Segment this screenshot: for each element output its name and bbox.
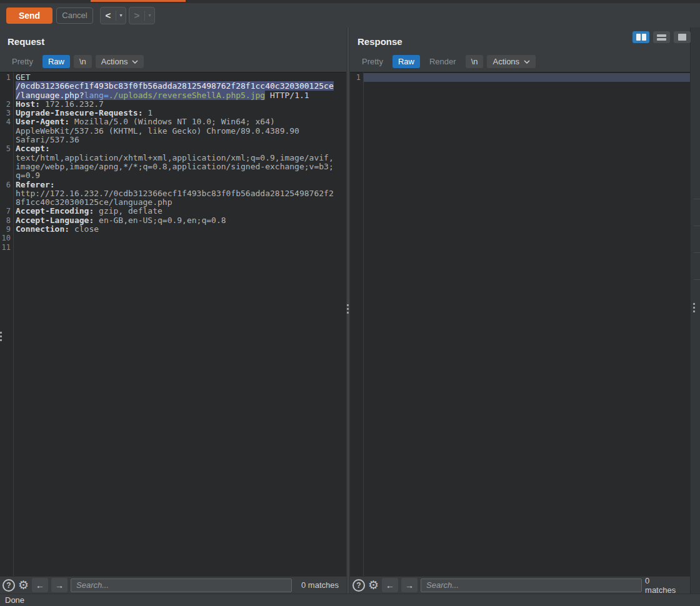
chevron-down-icon — [524, 60, 530, 64]
active-tab-accent-line — [91, 0, 186, 2]
response-actions-label: Actions — [492, 57, 519, 66]
line-number: 3 — [0, 109, 11, 117]
request-view-tabs: Pretty Raw \n Actions — [6, 55, 144, 68]
editor-row[interactable]: 8f1cc40c320300125ce/language.php — [14, 198, 346, 207]
editor-row[interactable]: User-Agent: Mozilla/5.0 (Windows NT 10.0… — [14, 117, 346, 126]
tab-request-pretty[interactable]: Pretty — [6, 55, 39, 68]
editor-line: 3Upgrade-Insecure-Requests: 1 — [0, 109, 346, 117]
gutter-separator — [363, 72, 364, 576]
editor-row[interactable] — [14, 243, 346, 252]
editor-row[interactable]: Accept: — [14, 144, 346, 153]
history-back-dropdown-caret-icon[interactable]: ▾ — [116, 12, 126, 18]
gear-icon[interactable]: ⚙ — [368, 579, 379, 592]
editor-line: 2Host: 172.16.232.7 — [0, 100, 346, 109]
editor-row[interactable] — [364, 73, 690, 82]
tab-response-pretty[interactable]: Pretty — [356, 55, 389, 68]
editor-line: 11 — [0, 243, 346, 252]
strip-tick — [694, 199, 700, 199]
editor-row[interactable]: http://172.16.232.7/0cdb312366ecf1f493bc… — [14, 189, 346, 198]
editor-line: 9Connection: close — [0, 225, 346, 234]
editor-line: 8Accept-Language: en-GB,en-US;q=0.9,en;q… — [0, 216, 346, 225]
chevron-down-icon — [132, 60, 138, 64]
search-next-button[interactable]: → — [51, 578, 68, 592]
rows-layout-button[interactable] — [653, 31, 670, 43]
search-previous-button[interactable]: ← — [32, 578, 48, 592]
history-forward-dropdown-caret-icon[interactable]: ▾ — [145, 12, 154, 18]
editor-line: 4User-Agent: Mozilla/5.0 (Windows NT 10.… — [0, 117, 346, 144]
response-search-bar: ? ⚙ ← → 0 matches — [350, 576, 690, 594]
tab-response-render[interactable]: Render — [424, 55, 462, 68]
line-number: 8 — [0, 216, 11, 225]
response-panel: Response Pretty Raw Render \n Actions 1 … — [350, 27, 690, 594]
request-search-bar: ? ⚙ ← → 0 matches — [0, 576, 346, 594]
right-edge-grip[interactable] — [693, 303, 695, 312]
columns-layout-button[interactable] — [632, 31, 649, 43]
response-search-input[interactable] — [421, 579, 642, 592]
editor-line: 10 — [0, 234, 346, 242]
editor-row[interactable]: Referer: — [14, 181, 346, 189]
request-editor[interactable]: 1GET/0cdb312366ecf1f493bc83f0fb56adda281… — [0, 72, 346, 576]
tab-response-raw[interactable]: Raw — [392, 55, 420, 68]
editor-row[interactable]: Accept-Encoding: gzip, deflate — [14, 207, 346, 216]
history-back-button[interactable]: < — [101, 10, 116, 21]
request-search-input[interactable] — [71, 579, 292, 592]
response-editor[interactable]: 1 — [350, 72, 690, 576]
editor-row[interactable]: Accept-Language: en-GB,en-US;q=0.9,en;q=… — [14, 216, 346, 225]
request-panel-title: Request — [8, 36, 44, 47]
editor-row[interactable]: Safari/537.36 — [14, 136, 346, 144]
search-previous-button[interactable]: ← — [382, 578, 398, 592]
history-back-button-group[interactable]: < ▾ — [100, 7, 126, 24]
editor-row[interactable]: text/html,application/xhtml+xml,applicat… — [14, 154, 346, 162]
response-view-tabs: Pretty Raw Render \n Actions — [356, 55, 536, 68]
single-layout-icon — [678, 34, 686, 41]
strip-tick — [694, 226, 700, 226]
help-icon[interactable]: ? — [2, 579, 15, 592]
editor-row[interactable]: /0cdb312366ecf1f493bc83f0fb56adda2812549… — [14, 82, 346, 91]
left-edge-grip[interactable] — [0, 332, 2, 341]
editor-row[interactable]: image/webp,image/apng,*/*;q=0.8,applicat… — [14, 162, 346, 171]
panel-divider-grip[interactable] — [347, 304, 349, 314]
line-number: 6 — [0, 181, 11, 207]
line-number: 4 — [0, 117, 11, 144]
editor-line: 7Accept-Encoding: gzip, deflate — [0, 207, 346, 216]
repeater-toolbar: Send Cancel < ▾ > ▾ — [0, 3, 700, 27]
editor-row[interactable]: Upgrade-Insecure-Requests: 1 — [14, 109, 346, 117]
request-panel: Request Pretty Raw \n Actions 1GET/0cdb3… — [0, 27, 346, 594]
response-actions-menu-button[interactable]: Actions — [487, 55, 536, 68]
tab-response-newline[interactable]: \n — [466, 55, 484, 68]
strip-tick — [694, 279, 700, 280]
request-search-matches: 0 matches — [301, 580, 339, 590]
editor-row[interactable]: GET — [14, 73, 346, 82]
line-number: 10 — [0, 234, 11, 242]
send-button[interactable]: Send — [6, 7, 52, 24]
request-actions-label: Actions — [101, 57, 128, 66]
tab-request-raw[interactable]: Raw — [42, 55, 70, 68]
request-actions-menu-button[interactable]: Actions — [96, 55, 144, 68]
line-number: 2 — [0, 100, 11, 109]
gear-icon[interactable]: ⚙ — [18, 579, 29, 592]
editor-row[interactable]: AppleWebKit/537.36 (KHTML, like Gecko) C… — [14, 127, 346, 136]
cancel-button[interactable]: Cancel — [56, 7, 93, 24]
editor-row[interactable]: Connection: close — [14, 225, 346, 234]
tab-request-newline[interactable]: \n — [74, 55, 92, 68]
line-number: 7 — [0, 207, 11, 216]
layout-view-buttons — [632, 31, 691, 43]
search-next-button[interactable]: → — [401, 578, 418, 592]
right-edge-strip — [690, 27, 700, 594]
editor-row[interactable]: Host: 172.16.232.7 — [14, 100, 346, 109]
editor-line: 5Accept:text/html,application/xhtml+xml,… — [0, 144, 346, 180]
editor-row[interactable] — [14, 234, 346, 242]
strip-tick — [694, 252, 700, 253]
editor-row[interactable]: q=0.9 — [14, 171, 346, 180]
editor-line: 6Referer:http://172.16.232.7/0cdb312366e… — [0, 181, 346, 207]
help-icon[interactable]: ? — [352, 579, 365, 592]
history-forward-button[interactable]: > — [129, 10, 144, 21]
editor-line: 1 — [350, 73, 690, 82]
line-number: 1 — [350, 73, 361, 82]
single-layout-button[interactable] — [674, 31, 691, 43]
response-search-matches: 0 matches — [645, 576, 682, 595]
editor-row[interactable]: /language.php?lang=./uploads/reverseShel… — [14, 91, 346, 100]
line-number: 1 — [0, 73, 11, 100]
rows-layout-icon — [657, 34, 666, 37]
history-forward-button-group[interactable]: > ▾ — [129, 7, 155, 24]
